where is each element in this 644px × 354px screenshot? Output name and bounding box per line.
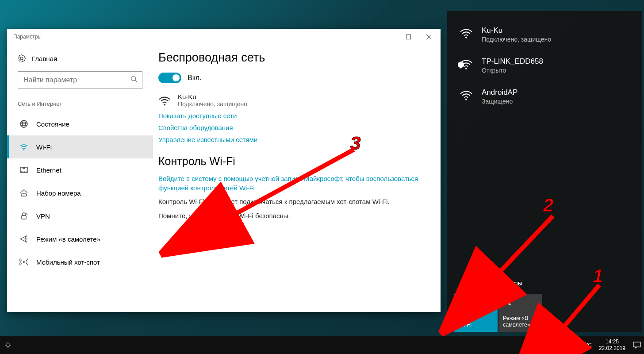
nav-item-status[interactable]: Состояние bbox=[7, 112, 153, 135]
svg-rect-8 bbox=[22, 215, 26, 219]
minimize-button[interactable] bbox=[378, 29, 398, 45]
system-tray: РУС bbox=[524, 336, 594, 354]
body-text-2: Помните, что не все сети Wi-Fi безопасны… bbox=[158, 211, 425, 221]
body-text-1: Контроль Wi-Fi позволяет подключаться к … bbox=[158, 197, 425, 207]
flyout-net-sub: Защищено bbox=[482, 98, 518, 105]
clock-date: 22.02.2019 bbox=[599, 345, 625, 352]
svg-point-1 bbox=[131, 77, 136, 81]
sidebar: Главная Сеть и Интернет Состояние Wi-Fi bbox=[7, 45, 153, 312]
svg-rect-5 bbox=[20, 167, 27, 173]
flyout-net-sub: Открыто bbox=[482, 67, 543, 74]
svg-rect-7 bbox=[21, 194, 27, 196]
annotation-1: 1 bbox=[593, 266, 603, 287]
current-network-name: Ku-Ku bbox=[178, 93, 247, 100]
tray-chevron-up-icon[interactable] bbox=[528, 336, 538, 354]
flyout-network-settings-link[interactable]: Сетевые параметры bbox=[447, 279, 642, 294]
search-box[interactable] bbox=[18, 71, 142, 89]
gear-icon bbox=[18, 54, 26, 62]
nav-label: Мобильный хот-спот bbox=[36, 258, 100, 266]
toggle-label: Вкл. bbox=[188, 74, 202, 82]
annotation-3: 3 bbox=[350, 133, 360, 154]
link-show-available[interactable]: Показать доступные сети bbox=[158, 112, 425, 119]
svg-point-11 bbox=[465, 37, 467, 38]
wifi-icon bbox=[460, 89, 473, 105]
nav-item-vpn[interactable]: VPN bbox=[7, 204, 153, 227]
taskbar-left-icon[interactable] bbox=[0, 336, 16, 354]
annotation-2: 2 bbox=[543, 195, 553, 216]
wifi-icon bbox=[158, 94, 171, 108]
svg-point-10 bbox=[164, 104, 165, 106]
action-center-button[interactable] bbox=[630, 336, 644, 354]
wifi-icon bbox=[459, 297, 493, 308]
settings-window: Параметры Главная Се bbox=[7, 29, 441, 312]
tile-airplane-label: Режим «В самолете» bbox=[503, 315, 537, 328]
flyout-network-item[interactable]: Ku-Ku Подключено, защищено bbox=[447, 20, 642, 51]
network-flyout: Ku-Ku Подключено, защищено TP-LINK_EDD65… bbox=[447, 11, 642, 332]
tile-wifi[interactable]: Wi-Fi bbox=[454, 294, 498, 332]
tile-airplane[interactable]: Режим «В самолете» bbox=[498, 294, 542, 332]
settings-body: Главная Сеть и Интернет Состояние Wi-Fi bbox=[7, 45, 441, 312]
window-controls bbox=[378, 29, 439, 45]
flyout-net-sub: Подключено, защищено bbox=[482, 36, 551, 43]
svg-point-19 bbox=[559, 347, 560, 348]
titlebar: Параметры bbox=[7, 29, 441, 45]
search-input[interactable] bbox=[23, 76, 130, 84]
section-label: Сеть и Интернет bbox=[7, 97, 153, 112]
svg-rect-20 bbox=[633, 342, 640, 347]
maximize-button[interactable] bbox=[398, 29, 418, 45]
nav-label: Режим «в самолете» bbox=[36, 235, 100, 243]
nav-label: Wi-Fi bbox=[36, 143, 52, 151]
svg-rect-0 bbox=[406, 35, 410, 39]
taskbar-clock[interactable]: 14:25 22.02.2019 bbox=[594, 336, 630, 354]
wifi-icon bbox=[460, 58, 473, 74]
current-network-block[interactable]: Ku-Ku Подключено, защищено bbox=[158, 93, 425, 108]
minimize-icon bbox=[386, 35, 391, 39]
svg-rect-6 bbox=[23, 167, 25, 169]
content-pane: Беспроводная сеть Вкл. Ku-Ku Подключено,… bbox=[153, 45, 441, 312]
link-signin-msa[interactable]: Войдите в систему с помощью учетной запи… bbox=[158, 174, 425, 192]
ethernet-icon bbox=[19, 165, 28, 174]
wifi-toggle[interactable] bbox=[158, 73, 181, 83]
clock-time: 14:25 bbox=[599, 339, 625, 345]
home-row[interactable]: Главная bbox=[7, 51, 153, 69]
nav-label: VPN bbox=[36, 212, 50, 220]
close-icon bbox=[426, 35, 431, 39]
wifi-icon bbox=[19, 142, 28, 151]
flyout-network-item[interactable]: TP-LINK_EDD658 Открыто bbox=[447, 51, 642, 82]
nav-item-hotspot[interactable]: Мобильный хот-спот bbox=[7, 250, 153, 273]
flyout-net-name: AndroidAP bbox=[482, 88, 518, 97]
section-heading: Контроль Wi-Fi bbox=[158, 155, 425, 168]
close-button[interactable] bbox=[418, 29, 439, 45]
tray-language[interactable]: РУС bbox=[581, 342, 592, 348]
nav-item-ethernet[interactable]: Ethernet bbox=[7, 158, 153, 181]
wifi-toggle-row: Вкл. bbox=[158, 73, 425, 83]
airplane-icon bbox=[503, 297, 537, 308]
current-network-status: Подключено, защищено bbox=[178, 100, 247, 108]
svg-rect-17 bbox=[549, 344, 550, 346]
vpn-icon bbox=[19, 212, 28, 220]
svg-point-9 bbox=[23, 261, 25, 263]
nav-label: Набор номера bbox=[36, 189, 81, 197]
nav-label: Ethernet bbox=[36, 166, 61, 174]
tile-wifi-label: Wi-Fi bbox=[459, 322, 493, 328]
svg-rect-18 bbox=[543, 344, 548, 346]
airplane-icon bbox=[19, 235, 28, 243]
flyout-network-item[interactable]: AndroidAP Защищено bbox=[447, 82, 642, 113]
maximize-icon bbox=[406, 35, 411, 39]
search-icon bbox=[130, 76, 138, 85]
nav-item-wifi[interactable]: Wi-Fi bbox=[7, 135, 153, 158]
nav-item-dialup[interactable]: Набор номера bbox=[7, 181, 153, 204]
globe-icon bbox=[19, 119, 28, 128]
nav-item-airplane[interactable]: Режим «в самолете» bbox=[7, 227, 153, 250]
hotspot-icon bbox=[19, 258, 28, 266]
tray-wifi-icon[interactable] bbox=[555, 336, 564, 354]
gear-icon bbox=[4, 342, 12, 349]
svg-point-14 bbox=[463, 304, 464, 306]
nav-label: Состояние bbox=[36, 120, 69, 128]
link-manage-known-networks[interactable]: Управление известными сетями bbox=[158, 136, 425, 143]
flyout-net-name: TP-LINK_EDD658 bbox=[482, 57, 543, 66]
tray-battery-icon[interactable] bbox=[541, 336, 551, 354]
svg-point-15 bbox=[7, 344, 9, 346]
link-hardware-properties[interactable]: Свойства оборудования bbox=[158, 124, 425, 131]
tray-volume-icon[interactable] bbox=[568, 336, 578, 354]
